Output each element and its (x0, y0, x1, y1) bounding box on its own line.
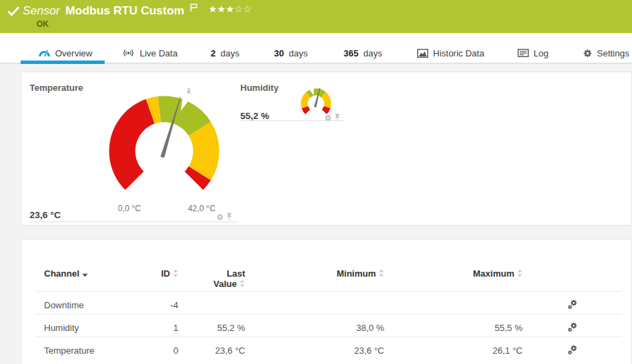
priority-flag-icon[interactable] (190, 2, 198, 14)
tab-365-days[interactable]: 365days (344, 44, 382, 62)
channel-id: 0 (125, 336, 178, 359)
object-kind-label: Sensor (23, 4, 60, 18)
pin-icon[interactable] (334, 112, 341, 125)
last-value: 23,6 °C (178, 336, 245, 359)
column-header-maximum[interactable]: Maximum (384, 239, 523, 291)
tab-2-days[interactable]: 2days (211, 44, 240, 62)
minimum-value (245, 291, 384, 314)
channel-id: 1 (125, 314, 178, 336)
channel-row-humidity[interactable]: Humidity155,2 %38,0 %55,5 % (35, 314, 622, 336)
gear-icon[interactable] (324, 112, 332, 125)
status-check-icon (7, 6, 20, 19)
maximum-value: 26,1 °C (384, 336, 523, 359)
tab-log[interactable]: Log (518, 44, 549, 62)
channel-row-downtime[interactable]: Downtime-4 (35, 291, 622, 314)
column-header-minimum[interactable]: Minimum (245, 239, 384, 291)
channel-name: Downtime (35, 291, 125, 314)
minimum-value: 38,0 % (245, 314, 384, 336)
channel-settings-cell (523, 314, 622, 336)
channel-table-panel: ChannelIDLastValueMinimumMaximum Downtim… (21, 239, 632, 364)
log-icon (518, 49, 529, 57)
active-tab-indicator (21, 61, 105, 64)
priority-stars[interactable]: ★★★☆☆ (209, 3, 252, 14)
sensor-name: Modbus RTU Custom (65, 4, 185, 18)
temperature-gauge: x̄ (104, 86, 228, 197)
tab-live-data[interactable]: Live Data (122, 44, 178, 62)
channel-name: Humidity (35, 314, 125, 336)
last-value (178, 291, 245, 314)
gauge-value: 23,6 °C (30, 210, 61, 220)
channel-name: Temperature (35, 336, 125, 359)
gauge-title: Humidity (240, 83, 279, 93)
tab-settings[interactable]: Settings (583, 44, 629, 62)
status-badge: OK (36, 19, 49, 29)
maximum-value (384, 291, 523, 314)
tab-30-days[interactable]: 30days (274, 44, 308, 62)
channel-settings-icon[interactable] (567, 324, 578, 334)
svg-text:x̄: x̄ (187, 87, 191, 95)
gauge-icon (39, 48, 50, 58)
gauges-panel: Temperaturex̄0,0 °C42,0 °C23,6 °C Humidi… (21, 72, 632, 226)
minimum-value: 23,6 °C (245, 336, 384, 359)
gauge-min-label: 0,0 °C (102, 204, 157, 213)
gauge-value: 55,2 % (240, 111, 269, 121)
last-value: 55,2 % (178, 314, 245, 336)
tab-bar: OverviewLive Data2days30days365daysHisto… (0, 33, 632, 64)
channel-settings-cell (523, 336, 622, 359)
tile-divider (240, 120, 344, 121)
tab-overview[interactable]: Overview (39, 44, 92, 62)
sensor-header: Sensor Modbus RTU Custom ★★★☆☆ OK (0, 0, 632, 33)
channel-id: -4 (125, 291, 178, 314)
channel-settings-icon[interactable] (567, 301, 578, 312)
area-chart-icon (417, 49, 428, 58)
gear-icon (583, 49, 592, 58)
gauge-title: Temperature (30, 83, 83, 93)
column-header-actions (523, 239, 622, 291)
channel-table-header: ChannelIDLastValueMinimumMaximum (35, 239, 622, 291)
channel-settings-icon[interactable] (567, 347, 578, 357)
tab-historic-data[interactable]: Historic Data (417, 44, 484, 62)
column-header-channel[interactable]: Channel (35, 239, 125, 291)
maximum-value: 55,5 % (384, 314, 523, 336)
column-header-id[interactable]: ID (125, 239, 178, 291)
column-header-last-value[interactable]: LastValue (178, 239, 245, 291)
broadcast-icon (122, 48, 135, 58)
channel-settings-cell (523, 291, 622, 314)
tile-divider (30, 222, 238, 222)
channel-table: ChannelIDLastValueMinimumMaximum Downtim… (35, 239, 622, 359)
channel-row-temperature[interactable]: Temperature023,6 °C23,6 °C26,1 °C (35, 336, 622, 359)
